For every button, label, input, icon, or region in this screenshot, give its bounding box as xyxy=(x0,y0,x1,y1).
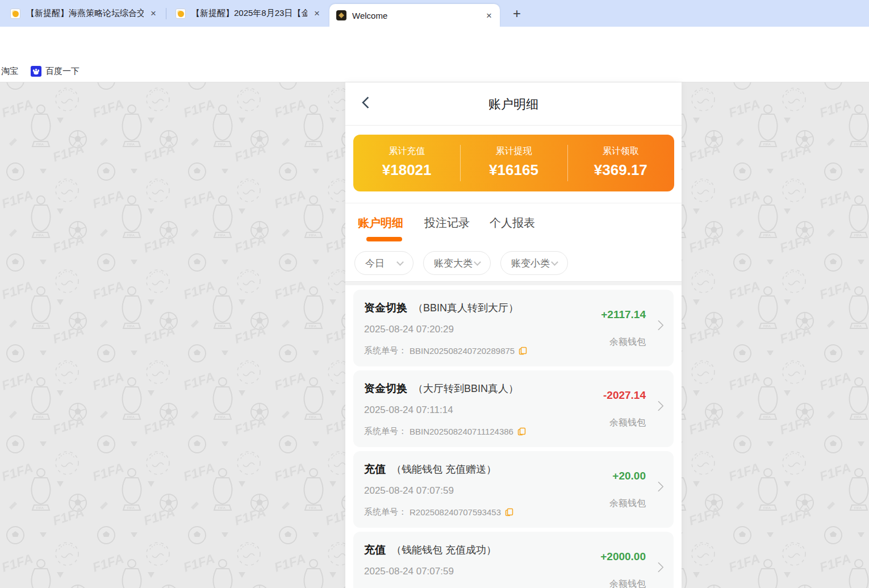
transaction-amount: +20.00 xyxy=(612,470,646,482)
chevron-down-icon xyxy=(396,258,404,266)
order-number: R202508240707593453 xyxy=(410,507,501,517)
transaction-type: 充值 xyxy=(364,544,386,556)
transaction-wallet: 余额钱包 xyxy=(609,578,646,588)
filter-label: 账变小类 xyxy=(511,257,550,270)
transaction-order: 系统单号：R202508240707593453 xyxy=(364,507,513,518)
panel-header: 账户明细 xyxy=(345,82,682,126)
tab-close-icon[interactable]: × xyxy=(148,9,158,18)
transaction-title: 资金切换（大厅转到BBIN真人） xyxy=(364,381,519,396)
filter-major-category-dropdown[interactable]: 账变大类 xyxy=(423,251,491,275)
summary-label: 累计充值 xyxy=(353,145,460,157)
order-label: 系统单号： xyxy=(364,507,407,518)
order-number: BBIN202508240720289875 xyxy=(410,346,515,356)
bookmarks-bar: 淘宝 百度一下 xyxy=(0,60,869,82)
forum-favicon-icon xyxy=(176,9,186,19)
transaction-time: 2025-08-24 07:20:29 xyxy=(364,324,454,335)
summary-total-deposit: 累计充值 ¥18021 xyxy=(353,135,460,191)
transaction-detail: （BBIN真人转到大厅） xyxy=(413,302,519,314)
tab-close-icon[interactable]: × xyxy=(484,11,494,20)
transaction-row[interactable]: 充值（钱能钱包 充值成功） +2000.00 2025-08-24 07:07:… xyxy=(353,532,674,588)
transaction-detail: （钱能钱包 充值赠送） xyxy=(391,464,496,475)
section-tabs: 账户明细 投注记录 个人报表 xyxy=(345,203,682,252)
order-number: BBIN202508240711124386 xyxy=(410,427,513,436)
site-favicon-icon xyxy=(336,10,346,20)
page-content: FIFA F1FA F1FA xyxy=(0,82,869,588)
chevron-down-icon xyxy=(474,258,481,266)
transaction-time: 2025-08-24 07:07:59 xyxy=(364,485,454,497)
bookmark-taobao[interactable]: 淘宝 xyxy=(1,60,18,82)
tab-strip: 【新提醒】海燕策略论坛综合交 × 【新提醒】2025年8月23日【金 × Wel… xyxy=(0,0,869,27)
browser-toolbar: 175616.cc/reports/index xyxy=(0,27,869,60)
filter-label: 账变大类 xyxy=(434,257,473,270)
tab-bet-records[interactable]: 投注记录 xyxy=(424,215,470,231)
browser-tab-2[interactable]: 【新提醒】2025年8月23日【金 × xyxy=(169,0,328,27)
transaction-order: 系统单号：BBIN202508240720289875 xyxy=(364,345,527,356)
filter-label: 今日 xyxy=(365,257,385,270)
transaction-row[interactable]: 资金切换（大厅转到BBIN真人） -2027.14 2025-08-24 07:… xyxy=(353,370,674,447)
page-title: 账户明细 xyxy=(345,96,682,113)
transaction-amount: -2027.14 xyxy=(603,389,646,402)
tab-account-detail[interactable]: 账户明细 xyxy=(358,215,403,231)
section-divider xyxy=(345,281,682,285)
transaction-detail: （大厅转到BBIN真人） xyxy=(413,383,519,394)
filter-date-dropdown[interactable]: 今日 xyxy=(354,251,413,275)
summary-value: ¥369.17 xyxy=(567,161,674,179)
baidu-paw-icon xyxy=(31,66,41,77)
transaction-amount: +2117.14 xyxy=(601,308,646,321)
transaction-order: 系统单号：BBIN202508240711124386 xyxy=(364,426,526,437)
tab-title: 【新提醒】海燕策略论坛综合交 xyxy=(26,8,144,19)
summary-divider xyxy=(567,145,568,181)
transaction-amount: +2000.00 xyxy=(600,551,646,563)
filter-minor-category-dropdown[interactable]: 账变小类 xyxy=(500,251,568,275)
chevron-right-icon[interactable] xyxy=(653,481,663,491)
transaction-wallet: 余额钱包 xyxy=(609,498,646,510)
bookmark-baidu[interactable]: 百度一下 xyxy=(31,60,80,82)
copy-icon[interactable] xyxy=(519,347,527,355)
tab-title: 【新提醒】2025年8月23日【金 xyxy=(191,8,307,19)
chevron-right-icon[interactable] xyxy=(653,401,663,411)
transaction-time: 2025-08-24 07:07:59 xyxy=(364,566,454,577)
transaction-type: 资金切换 xyxy=(364,302,407,314)
copy-icon[interactable] xyxy=(505,508,513,516)
summary-label: 累计提现 xyxy=(460,145,567,157)
chevron-right-icon[interactable] xyxy=(653,320,663,330)
account-panel: 账户明细 累计充值 ¥18021 累计提现 ¥16165 累计领取 ¥369.1… xyxy=(345,82,682,588)
summary-divider xyxy=(460,145,461,181)
tab-title: Welcome xyxy=(352,11,479,20)
active-tab-underline xyxy=(366,237,402,241)
transaction-type: 充值 xyxy=(364,463,386,475)
transaction-detail: （钱能钱包 充值成功） xyxy=(391,544,496,556)
bookmark-label: 百度一下 xyxy=(45,66,80,77)
summary-value: ¥18021 xyxy=(353,161,460,179)
browser-tab-active[interactable]: Welcome × xyxy=(329,4,500,27)
transaction-type: 资金切换 xyxy=(364,382,407,394)
tab-close-icon[interactable]: × xyxy=(312,9,322,18)
order-label: 系统单号： xyxy=(364,345,407,356)
transaction-wallet: 余额钱包 xyxy=(609,417,646,429)
transaction-row[interactable]: 资金切换（BBIN真人转到大厅） +2117.14 2025-08-24 07:… xyxy=(353,290,674,366)
order-label: 系统单号： xyxy=(364,426,407,437)
copy-icon[interactable] xyxy=(517,427,526,436)
transaction-title: 资金切换（BBIN真人转到大厅） xyxy=(364,301,519,315)
new-tab-button[interactable]: + xyxy=(509,6,525,22)
summary-card: 累计充值 ¥18021 累计提现 ¥16165 累计领取 ¥369.17 xyxy=(353,135,674,191)
transaction-row[interactable]: 充值（钱能钱包 充值赠送） +20.00 2025-08-24 07:07:59… xyxy=(353,451,674,528)
browser-tab-1[interactable]: 【新提醒】海燕策略论坛综合交 × xyxy=(3,0,164,27)
tab-separator xyxy=(166,8,166,19)
transaction-title: 充值（钱能钱包 充值成功） xyxy=(364,543,496,557)
transaction-time: 2025-08-24 07:11:14 xyxy=(364,404,453,416)
bookmark-label: 淘宝 xyxy=(1,66,18,77)
summary-total-withdraw: 累计提现 ¥16165 xyxy=(460,135,567,191)
chevron-down-icon xyxy=(551,258,558,266)
summary-total-bonus: 累计领取 ¥369.17 xyxy=(567,135,674,191)
summary-value: ¥16165 xyxy=(460,161,567,179)
forum-favicon-icon xyxy=(10,9,20,19)
tab-personal-report[interactable]: 个人报表 xyxy=(490,215,535,231)
transaction-wallet: 余额钱包 xyxy=(609,336,646,348)
summary-label: 累计领取 xyxy=(567,145,674,157)
transaction-title: 充值（钱能钱包 充值赠送） xyxy=(364,462,496,477)
chevron-right-icon[interactable] xyxy=(653,562,663,572)
